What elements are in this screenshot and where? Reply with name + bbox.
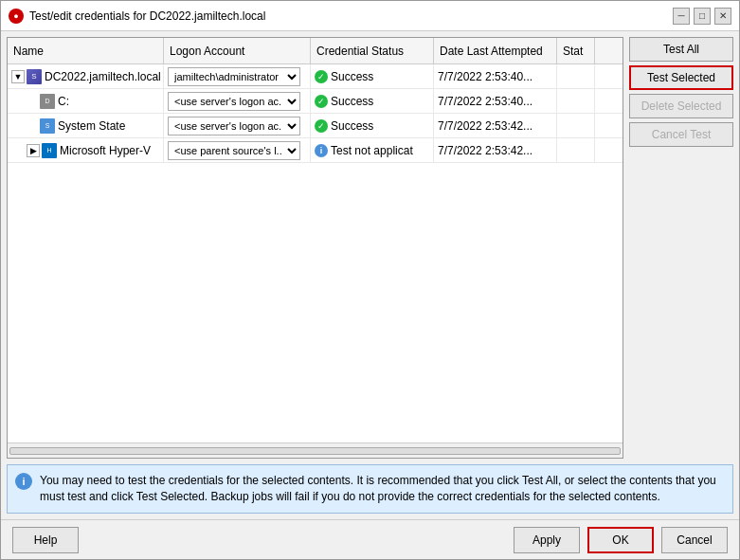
status-text: Success [331,70,373,83]
col-header-state: Stat [557,38,595,63]
help-button[interactable]: Help [12,527,79,553]
info-icon-circle: i [15,473,32,490]
row-name: System State [58,119,125,133]
app-icon: ● [9,9,24,24]
title-bar: ● Test/edit credentials for DC2022.jamil… [1,1,739,31]
info-icon: i [315,144,328,157]
row-status-cell: Success [311,89,434,113]
content-area: Name Logon Account Credential Status Dat… [1,31,739,464]
table-header: Name Logon Account Credential Status Dat… [8,38,623,64]
logon-dropdown[interactable]: <use server's logon ac... [168,92,300,111]
test-all-button[interactable]: Test All [629,37,733,62]
title-bar-left: ● Test/edit credentials for DC2022.jamil… [9,9,265,24]
row-logon-cell: jamiltech\administrator [164,64,311,88]
disk-icon: D [40,94,55,109]
logon-dropdown[interactable]: <use server's logon ac... [168,117,300,135]
delete-selected-button[interactable]: Delete Selected [629,94,733,118]
success-icon [315,95,328,108]
table-row[interactable]: ▶ H Microsoft Hyper-V <use parent source… [8,138,623,163]
logon-dropdown[interactable]: <use parent source's l... [168,141,300,160]
row-name-cell: D C: [8,89,164,113]
apply-button[interactable]: Apply [514,527,580,553]
ok-button[interactable]: OK [587,527,654,553]
status-text: Success [331,119,373,133]
row-name-cell: ▼ S DC2022.jamiltech.local [8,64,164,88]
main-table-panel: Name Logon Account Credential Status Dat… [7,37,623,459]
col-header-status: Credential Status [311,38,434,63]
row-state-cell [557,114,595,137]
expand-button[interactable]: ▼ [11,70,25,83]
row-state-cell [557,89,595,113]
row-date-cell: 7/7/2022 2:53:42... [434,114,557,137]
table-row[interactable]: S System State <use server's logon ac...… [8,114,623,138]
cancel-button[interactable]: Cancel [661,527,728,553]
footer-right-buttons: Apply OK Cancel [514,527,728,553]
test-selected-button[interactable]: Test Selected [629,65,733,90]
close-button[interactable]: ✕ [714,8,731,25]
success-icon [315,70,328,83]
col-header-logon: Logon Account [164,38,311,63]
horizontal-scrollbar[interactable] [8,443,623,458]
row-status-cell: i Test not applicat [311,138,434,162]
cancel-test-button[interactable]: Cancel Test [629,122,733,147]
row-name: C: [58,95,69,108]
row-name: DC2022.jamiltech.local [45,70,161,83]
row-name-cell: S System State [8,114,164,137]
table-row[interactable]: ▼ S DC2022.jamiltech.local jamiltech\adm… [8,64,623,89]
row-date-cell: 7/7/2022 2:53:40... [434,64,557,88]
row-logon-cell: <use parent source's l... [164,138,311,162]
table-row[interactable]: D C: <use server's logon ac... Success [8,89,623,114]
server-icon: S [27,69,42,84]
success-icon [315,119,328,133]
side-buttons-panel: Test All Test Selected Delete Selected C… [629,37,733,459]
main-window: ● Test/edit credentials for DC2022.jamil… [0,0,740,560]
scroll-track[interactable] [9,447,621,455]
maximize-button[interactable]: □ [694,8,711,25]
footer-bar: Help Apply OK Cancel [1,519,739,559]
row-logon-cell: <use server's logon ac... [164,89,311,113]
info-message: You may need to test the credentials for… [40,473,725,505]
row-date-cell: 7/7/2022 2:53:40... [434,89,557,113]
title-bar-controls: ─ □ ✕ [673,8,731,25]
minimize-button[interactable]: ─ [673,8,690,25]
status-text: Test not applicat [331,144,413,157]
expand-button[interactable]: ▶ [27,144,40,157]
row-logon-cell: <use server's logon ac... [164,114,311,137]
status-text: Success [331,95,373,108]
row-status-cell: Success [311,114,434,137]
row-status-cell: Success [311,64,434,88]
logon-dropdown[interactable]: jamiltech\administrator [168,67,300,86]
info-box: i You may need to test the credentials f… [7,464,733,514]
row-name: Microsoft Hyper-V [60,144,151,157]
row-date-cell: 7/7/2022 2:53:42... [434,138,557,162]
window-title: Test/edit credentials for DC2022.jamilte… [29,9,265,23]
table-body: ▼ S DC2022.jamiltech.local jamiltech\adm… [8,64,623,443]
hyperv-icon: H [42,143,57,158]
col-header-date: Date Last Attempted [434,38,557,63]
row-state-cell [557,64,595,88]
row-state-cell [557,138,595,162]
system-state-icon: S [40,118,55,134]
row-name-cell: ▶ H Microsoft Hyper-V [8,138,164,162]
col-header-name: Name [8,38,164,63]
